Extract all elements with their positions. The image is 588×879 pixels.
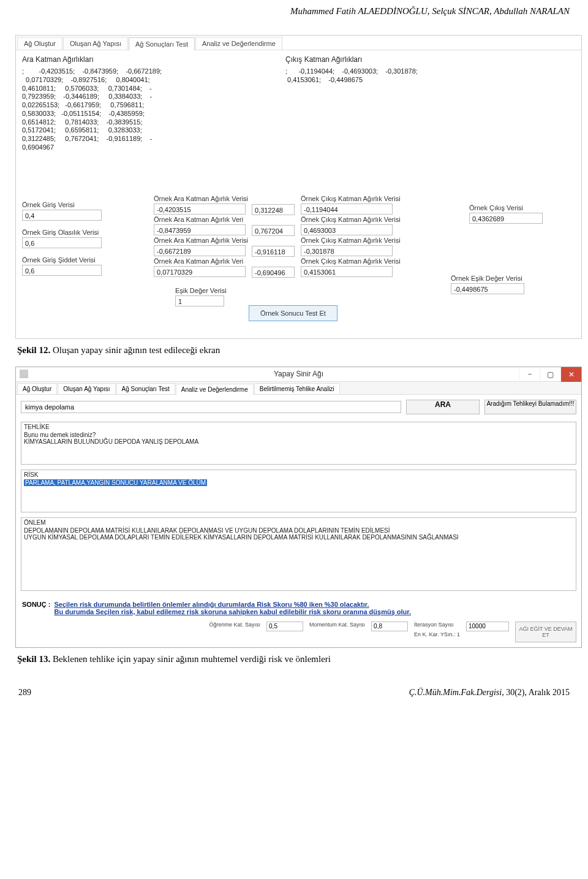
ara-katman-label: Ara Katman Ağırlıkları	[22, 55, 261, 64]
ara4-field[interactable]: 0,07170329	[154, 266, 246, 277]
test-button[interactable]: Örnek Sonucu Test Et	[249, 305, 337, 321]
tehlike-header: TEHLİKE	[24, 424, 573, 430]
maximize-button[interactable]: ▢	[540, 367, 560, 382]
ara2-field[interactable]: -0,8473959	[154, 224, 246, 235]
page-header-authors: Muhammed Fatih ALAEDDİNOĞLU, Selçuk SİNC…	[0, 0, 588, 29]
not-found-button[interactable]: Aradığım Tehlikeyi Bulamadım!!!	[484, 400, 576, 414]
tab-olusan-ag-yapisi[interactable]: Oluşan Ağ Yapısı	[63, 37, 128, 50]
panel-body: Ara Katman Ağırlıkları ; -0,4203515; -0,…	[16, 50, 581, 338]
siddet-label: Örnek Giriş Şiddet Verisi	[22, 256, 102, 264]
figure-12-app: Ağ Oluştur Oluşan Ağ Yapısı Ağ Sonuçları…	[15, 35, 582, 339]
tab-ag-olustur[interactable]: Ağ Oluştur	[17, 37, 62, 50]
cik1-label: Örnek Çıkış Katman Ağırlık Verisi	[301, 195, 401, 202]
tab2-analiz-degerlendirme[interactable]: Analiz ve Değerlendirme	[176, 384, 254, 395]
tab2-ag-sonuclari-test[interactable]: Ağ Sonuçları Test	[116, 383, 175, 394]
page-number: 289	[18, 688, 31, 698]
onlem-line-2: UYGUN KİMYASAL DEPOLAMA DOLAPLARI TEMİN …	[24, 534, 573, 541]
ara1-label: Örnek Ara Katman Ağırlık Verisi	[154, 195, 248, 202]
cik3-field[interactable]: -0,301878	[301, 245, 393, 256]
momentum-field[interactable]: 0,8	[371, 622, 408, 631]
olasilik-label: Örnek Giriş Olasılık Verisi	[22, 229, 102, 236]
onlem-header: ÖNLEM	[24, 519, 573, 526]
ara3-label: Örnek Ara Katman Ağırlık Verisi	[154, 237, 248, 244]
app-icon	[20, 370, 28, 378]
esik-field[interactable]: 1	[175, 295, 224, 306]
mid3-field[interactable]: -0,916118	[252, 246, 295, 257]
ogrenme-field[interactable]: 0,5	[266, 622, 303, 631]
ara-button[interactable]: ARA	[406, 400, 480, 414]
risk-header: RİSK	[24, 471, 573, 478]
esik2-field[interactable]: -0,4498675	[451, 283, 524, 294]
mid1-field[interactable]: 0,312248	[252, 204, 295, 215]
tehlike-line: KİMYASALLARIN BULUNDUĞU DEPODA YANLIŞ DE…	[24, 438, 573, 445]
giris-verisi-field[interactable]: 0,4	[22, 210, 102, 221]
sonuc-line-2: Bu durumda Seçilen risk, kabul edilemez …	[54, 608, 411, 615]
risk-selected-line[interactable]: PARLAMA, PATLAMA,YANGIN SONUCU YARALANMA…	[24, 479, 207, 486]
risk-listbox[interactable]: RİSK PARLAMA, PATLAMA,YANGIN SONUCU YARA…	[21, 470, 576, 512]
iter-field[interactable]: 10000	[466, 622, 509, 631]
journal-ref: Ç.Ü.Müh.Mim.Fak.Dergisi, 30(2), Aralık 2…	[409, 688, 570, 698]
ara-katman-weights: ; -0,4203515; -0,8473959; -0,6672189; 0,…	[22, 67, 261, 152]
tab2-olusan-ag-yapisi[interactable]: Oluşan Ağ Yapısı	[58, 383, 115, 394]
caption-13-text: Beklenen tehlike için yapay sinir ağının…	[50, 654, 331, 664]
sonuc-label: SONUÇ :	[22, 601, 50, 615]
tab-bar-2: Ağ Oluştur Oluşan Ağ Yapısı Ağ Sonuçları…	[16, 382, 581, 395]
esik2-label: Örnek Eşik Değer Verisi	[451, 275, 524, 282]
cik2-field[interactable]: 0,4693003	[301, 224, 393, 235]
esik-label: Eşik Değer Verisi	[175, 287, 227, 294]
figure-13-caption: Şekil 13. Beklenen tehlike için yapay si…	[17, 654, 588, 664]
mid2-field[interactable]: 0,767204	[252, 225, 295, 236]
page-footer: 289 Ç.Ü.Müh.Mim.Fak.Dergisi, 30(2), Aral…	[0, 675, 588, 704]
close-button[interactable]: ✕	[560, 367, 581, 382]
tehlike-question: Bunu mu demek istediniz?	[24, 432, 573, 438]
tab2-ag-olustur[interactable]: Ağ Oluştur	[17, 383, 57, 394]
ogrenme-label: Öğrenme Kat. Sayısı	[209, 622, 261, 628]
tab-bar: Ağ Oluştur Oluşan Ağ Yapısı Ağ Sonuçları…	[16, 36, 581, 50]
ara1-field[interactable]: -0,4203515	[154, 204, 246, 215]
out-label: Örnek Çıkış Verisi	[469, 204, 543, 211]
search-input[interactable]: kimya depolama	[21, 401, 401, 413]
caption-13-bold: Şekil 13.	[17, 654, 50, 664]
tab2-belirtilmemis-tehlike[interactable]: Belirtilmemiş Tehlike Analizi	[254, 383, 340, 394]
ara4-label: Örnek Ara Katman Ağırlık Veri	[154, 257, 246, 265]
figure-12-caption: Şekil 12. Oluşan yapay sinir ağının test…	[17, 345, 588, 356]
minimize-button[interactable]: －	[519, 367, 540, 382]
cik4-label: Örnek Çıkış Katman Ağırlık Verisi	[301, 257, 401, 265]
enk-label: En K. Kar. YSın.: 1	[414, 631, 460, 637]
cikis-katman-weights: ; -0,1194044; -0,4693003; -0,301878; 0,4…	[285, 67, 575, 85]
cik1-field[interactable]: -0,1194044	[301, 204, 393, 215]
caption-12-bold: Şekil 12.	[17, 345, 50, 355]
olasilik-field[interactable]: 0,6	[22, 237, 102, 248]
cik2-label: Örnek Çıkış Katman Ağırlık Verisi	[301, 216, 401, 223]
giris-verisi-label: Örnek Giriş Verisi	[22, 201, 102, 208]
caption-12-text: Oluşan yapay sinir ağının test edileceği…	[50, 345, 220, 355]
cikis-katman-label: Çıkış Katman Ağırlıkları	[285, 55, 575, 64]
bottom-param-bar: Öğrenme Kat. Sayısı 0,5 Momentum Kat. Sa…	[16, 618, 581, 647]
momentum-label: Momentum Kat. Sayısı	[309, 622, 365, 628]
ara3-field[interactable]: -0,6672189	[154, 245, 246, 256]
ara2-label: Örnek Ara Katman Ağırlık Veri	[154, 216, 246, 223]
figure-13-window: Yapay Sinir Ağı － ▢ ✕ Ağ Oluştur Oluşan …	[15, 367, 582, 648]
sonuc-line-1: Seçilen risk durumunda belirtilen önleml…	[54, 601, 369, 608]
train-button[interactable]: AĞI EĞİT VE DEVAM ET	[515, 622, 576, 642]
out-field[interactable]: 0,4362689	[469, 213, 543, 224]
sonuc-text: Seçilen risk durumunda belirtilen önleml…	[54, 601, 411, 615]
tab-ag-sonuclari-test[interactable]: Ağ Sonuçları Test	[129, 37, 195, 50]
cik3-label: Örnek Çıkış Katman Ağırlık Verisi	[301, 237, 401, 244]
siddet-field[interactable]: 0,6	[22, 265, 102, 276]
iter-label: İterasyon Sayısı	[414, 622, 460, 628]
tehlike-listbox[interactable]: TEHLİKE Bunu mu demek istediniz? KİMYASA…	[21, 422, 576, 465]
onlem-line-1: DEPOLAMANIN DEPOLAMA MATRİSİ KULLANILARA…	[24, 527, 573, 534]
tab-analiz-degerlendirme[interactable]: Analiz ve Değerlendirme	[195, 37, 282, 50]
onlem-listbox[interactable]: ÖNLEM DEPOLAMANIN DEPOLAMA MATRİSİ KULLA…	[21, 517, 576, 591]
titlebar: Yapay Sinir Ağı － ▢ ✕	[16, 367, 581, 382]
mid4-field[interactable]: -0,690496	[252, 267, 295, 278]
cik4-field[interactable]: 0,4153061	[301, 266, 393, 277]
window-title: Yapay Sinir Ağı	[274, 370, 323, 378]
